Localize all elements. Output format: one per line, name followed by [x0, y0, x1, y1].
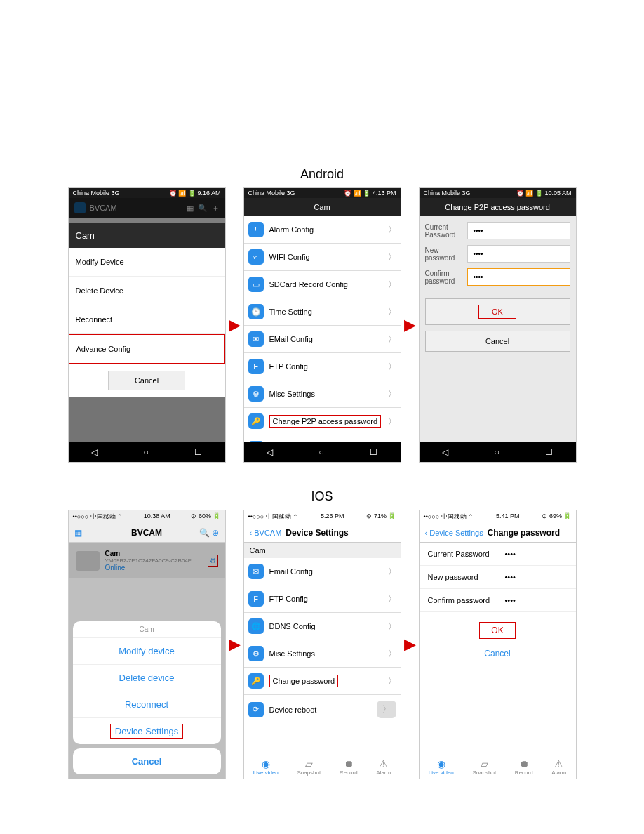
tab-snapshot[interactable]: ▱Snapshot — [472, 758, 496, 776]
reboot-icon: ⟳ — [248, 441, 264, 442]
row-label: SDCard Record Config — [269, 280, 349, 289]
sheet-reconnect[interactable]: Reconnect — [73, 691, 221, 717]
record-icon: ⏺ — [340, 758, 358, 769]
carrier-text: China Mobile 3G — [73, 190, 120, 197]
chevron-right-icon: 〉 — [388, 224, 396, 236]
battery-text: ⊙ 69% 🔋 — [542, 512, 571, 522]
ios-screen-1: ••○○○ 中国移动 ⌃10:38 AM⊙ 60% 🔋 ▦ BVCAM 🔍 ⊕ … — [68, 510, 226, 779]
row-device-reboot[interactable]: ⟳Device reboot〉 — [244, 695, 401, 724]
chevron-right-icon: 〉 — [388, 675, 396, 687]
back-icon[interactable]: ◁ — [442, 447, 448, 457]
back-icon[interactable]: ◁ — [267, 447, 273, 457]
recents-icon[interactable]: ☐ — [545, 447, 553, 457]
row-label: FTP Config — [269, 595, 308, 603]
section-title-android: Android — [0, 167, 644, 182]
current-password-input[interactable]: •••• — [467, 222, 570, 239]
battery-text: ⊙ 60% 🔋 — [191, 512, 220, 522]
ok-button[interactable]: OK — [479, 622, 515, 639]
confirm-password-input[interactable]: •••• — [505, 596, 516, 604]
sheet-cancel-button[interactable]: Cancel — [73, 748, 221, 774]
tab-record[interactable]: ⏺Record — [340, 758, 358, 776]
sheet-delete-device[interactable]: Delete device — [73, 664, 221, 691]
tab-snapshot[interactable]: ▱Snapshot — [297, 758, 321, 776]
sheet-modify-device[interactable]: Modify device — [73, 637, 221, 664]
row-change-password[interactable]: 🔑Change password〉 — [244, 668, 401, 695]
back-button[interactable]: ‹ BVCAM — [250, 529, 282, 537]
row-label: WIFI Config — [269, 253, 310, 261]
confirm-password-input[interactable]: •••• — [467, 268, 570, 286]
ok-button[interactable]: OK — [425, 298, 570, 325]
row-alarm-config[interactable]: !Alarm Config〉 — [244, 216, 401, 244]
label-current-password: Current Password — [428, 550, 505, 558]
row-misc-settings[interactable]: ⚙Misc Settings〉 — [244, 640, 401, 668]
chevron-right-icon: 〉 — [388, 251, 396, 263]
status-icons: ⏰ 📶 🔋 10:05 AM — [516, 190, 572, 197]
page-title: Change P2P access password — [420, 198, 576, 216]
modal-title: Cam — [69, 223, 225, 248]
step-arrow-icon: ▶ — [229, 316, 241, 334]
menu-advance-config[interactable]: Advance Config — [69, 334, 225, 364]
chevron-right-icon: 〉 — [388, 648, 396, 660]
key-icon: 🔑 — [248, 413, 264, 429]
row-label: DDNS Config — [269, 622, 316, 630]
row-sdcard-config[interactable]: ▭SDCard Record Config〉 — [244, 271, 401, 298]
key-icon: 🔑 — [248, 673, 264, 689]
row-change-p2p-password[interactable]: 🔑Change P2P access password〉 — [244, 408, 401, 435]
search-icon[interactable]: 🔍 ⊕ — [199, 528, 219, 538]
device-action-modal: Cam Modify Device Delete Device Reconnec… — [69, 223, 225, 397]
back-icon[interactable]: ◁ — [91, 447, 98, 457]
carrier-text: China Mobile 3G — [424, 190, 471, 197]
row-misc-settings[interactable]: ⚙Misc Settings〉 — [244, 380, 401, 408]
tab-alarm[interactable]: ⚠Alarm — [376, 758, 391, 776]
tab-live-video[interactable]: ◉Live video — [253, 758, 279, 776]
recents-icon[interactable]: ☐ — [370, 447, 377, 457]
menu-reconnect[interactable]: Reconnect — [69, 305, 225, 334]
section-title-ios: IOS — [0, 489, 644, 504]
row-label: FTP Config — [269, 362, 308, 371]
new-password-input[interactable]: •••• — [505, 573, 516, 581]
android-screen-2: China Mobile 3G⏰ 📶 🔋 4:13 PM Cam !Alarm … — [243, 187, 401, 463]
menu-modify-device[interactable]: Modify Device — [69, 248, 225, 277]
row-device-reboot[interactable]: ⟳Device reboot — [244, 435, 401, 442]
ios-tab-bar: ◉Live video ▱Snapshot ⏺Record ⚠Alarm — [244, 755, 401, 779]
row-ftp-config[interactable]: FFTP Config〉 — [244, 353, 401, 380]
row-label: Device reboot — [269, 706, 317, 714]
video-icon: ◉ — [253, 758, 279, 769]
android-screen-3: China Mobile 3G⏰ 📶 🔋 10:05 AM Change P2P… — [419, 187, 577, 463]
menu-delete-device[interactable]: Delete Device — [69, 277, 225, 305]
row-wifi-config[interactable]: ᯤWIFI Config〉 — [244, 244, 401, 271]
battery-text: ⊙ 71% 🔋 — [366, 512, 396, 522]
recents-icon[interactable]: ☐ — [194, 447, 202, 457]
label-new-password: New password — [428, 573, 505, 581]
clock-text: 5:41 PM — [496, 512, 520, 522]
tab-live-video[interactable]: ◉Live video — [429, 758, 454, 776]
row-email-config[interactable]: ✉Email Config〉 — [244, 558, 401, 585]
cancel-button[interactable]: Cancel — [108, 371, 185, 390]
sheet-device-settings[interactable]: Device Settings — [73, 717, 221, 744]
row-label: Alarm Config — [269, 225, 314, 234]
page-title: Device Settings — [286, 528, 348, 538]
row-ftp-config[interactable]: FFTP Config〉 — [244, 585, 401, 613]
tab-record[interactable]: ⏺Record — [515, 758, 533, 776]
clock-text: 10:38 AM — [144, 512, 170, 522]
chevron-right-icon: 〉 — [388, 361, 396, 373]
android-screen-1: China Mobile 3G ⏰ 📶 🔋 9:16 AM BVCAM ▦ 🔍 … — [68, 187, 226, 463]
new-password-input[interactable]: •••• — [467, 245, 570, 263]
back-button[interactable]: ‹ Device Settings — [425, 529, 483, 537]
cancel-button[interactable]: Cancel — [429, 649, 566, 658]
row-time-setting[interactable]: 🕒Time Setting〉 — [244, 298, 401, 326]
row-email-config[interactable]: ✉EMail Config〉 — [244, 326, 401, 353]
ftp-icon: F — [248, 591, 264, 607]
home-icon[interactable]: ○ — [494, 447, 499, 457]
row-ddns-config[interactable]: 🌐DDNS Config〉 — [244, 613, 401, 640]
tab-alarm[interactable]: ⚠Alarm — [551, 758, 566, 776]
cancel-button[interactable]: Cancel — [425, 331, 570, 352]
row-label: Misc Settings — [269, 390, 315, 398]
home-icon[interactable]: ○ — [143, 447, 148, 457]
grid-icon[interactable]: ▦ — [74, 528, 82, 538]
android-nav-bar: ◁ ○ ☐ — [69, 442, 225, 462]
video-icon: ◉ — [429, 758, 454, 769]
home-icon[interactable]: ○ — [318, 447, 323, 457]
step-arrow-icon: ▶ — [229, 635, 241, 654]
current-password-input[interactable]: •••• — [505, 550, 516, 558]
